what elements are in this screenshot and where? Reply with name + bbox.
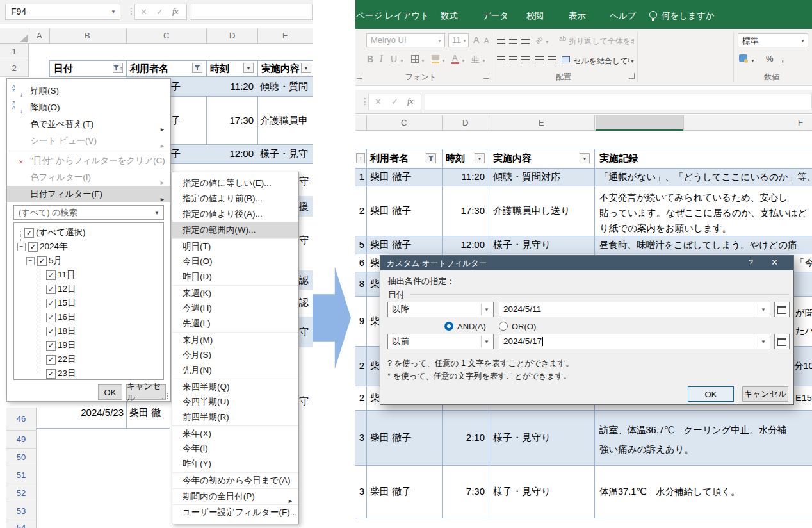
filter-ok-button[interactable]: OK bbox=[98, 384, 122, 400]
cell-time[interactable]: 2:10 bbox=[442, 410, 485, 465]
submenu-item-last-week[interactable]: 先週(L) bbox=[172, 316, 298, 331]
ruby-icon[interactable]: 亜 bbox=[471, 54, 480, 65]
borders-dropdown-icon[interactable]: ▼ bbox=[421, 58, 425, 63]
tree-item-day[interactable]: ✓ 19日 bbox=[14, 338, 163, 352]
checkbox-checked-icon[interactable]: ✓ bbox=[28, 242, 38, 252]
cell-name-partial[interactable]: 柴 bbox=[370, 386, 380, 410]
submenu-item-all-dates-in-period[interactable]: 期間内の全日付(P) ► bbox=[172, 488, 298, 504]
alignment-dialog-launcher-icon[interactable] bbox=[629, 73, 635, 79]
col-header-D[interactable]: D bbox=[462, 118, 468, 128]
underline-dropdown-icon[interactable]: ▼ bbox=[400, 58, 404, 63]
cell-content[interactable]: 傾聴・質問 bbox=[260, 77, 313, 96]
submenu-item-last-quarter[interactable]: 前四半期(R) bbox=[172, 409, 298, 425]
cell-date-tail[interactable]: 2 bbox=[355, 346, 364, 386]
cell-name-tail[interactable]: 子 bbox=[171, 96, 181, 144]
selected-column-header[interactable] bbox=[596, 115, 683, 131]
time-filter-button[interactable]: ▼ bbox=[475, 153, 485, 163]
cell-record-fragment[interactable]: E15 bbox=[795, 386, 812, 410]
cell-date-tail[interactable]: 5 bbox=[355, 236, 364, 254]
wrap-text-icon[interactable]: ab bbox=[559, 35, 566, 42]
tree-item-day[interactable]: ✓ 22日 bbox=[14, 352, 163, 367]
align-top-icon[interactable] bbox=[497, 37, 505, 44]
content-filter-button[interactable]: ▼ bbox=[580, 153, 590, 163]
checkbox-checked-icon[interactable]: ✓ bbox=[46, 299, 56, 308]
cell-record-line[interactable]: り紙での案内をお願いします。 bbox=[599, 220, 812, 236]
time-filter-button[interactable]: ▼ bbox=[243, 63, 254, 73]
cell-name-partial[interactable]: 柴 bbox=[370, 296, 380, 346]
cell-record-fragment[interactable]: が聞 bbox=[795, 305, 812, 320]
row-header-51[interactable]: 51 bbox=[6, 466, 37, 484]
number-format-combo[interactable]: 標準 ▼ bbox=[738, 33, 808, 47]
or-radio-label[interactable]: OR(O) bbox=[512, 322, 536, 331]
cell-record-line[interactable]: 貼っています。なぜここに居るのか、支払いはど bbox=[599, 205, 812, 220]
submenu-item-next-week[interactable]: 来週(K) bbox=[172, 285, 298, 301]
date-filter-button[interactable]: ↑ bbox=[113, 63, 123, 73]
cell-time[interactable]: 12:00 bbox=[442, 236, 485, 254]
cell-time[interactable]: 17:30 bbox=[442, 186, 485, 236]
submenu-item-next-year[interactable]: 来年(X) bbox=[172, 425, 298, 441]
merge-center-icon[interactable] bbox=[562, 56, 570, 62]
enter-entry-icon[interactable]: ✓ bbox=[391, 97, 398, 106]
filter-search-box[interactable]: (すべて) の検索 ▼ bbox=[13, 205, 164, 220]
resize-grip[interactable] bbox=[162, 393, 168, 399]
submenu-item-year-to-date[interactable]: 今年の初めから今日まで(A) bbox=[172, 472, 298, 488]
col-header-D[interactable]: D bbox=[229, 31, 235, 40]
tree-item-day[interactable]: ✓ 18日 bbox=[14, 324, 163, 338]
underline-icon[interactable]: U bbox=[391, 54, 397, 64]
align-middle-icon[interactable] bbox=[509, 37, 517, 44]
align-bottom-icon[interactable] bbox=[521, 37, 530, 44]
clipboard-dialog-launcher-icon[interactable] bbox=[357, 73, 362, 79]
checkbox-checked-icon[interactable]: ✓ bbox=[46, 270, 56, 280]
tab-view[interactable]: 表示 bbox=[569, 9, 586, 23]
align-right-icon[interactable] bbox=[521, 56, 530, 63]
font-color-dropdown-icon[interactable]: ▼ bbox=[461, 58, 466, 63]
cell-record-line[interactable]: 不安発言が続いてみられているため、安心し bbox=[599, 190, 812, 205]
submenu-item-today[interactable]: 今日(O) bbox=[172, 254, 298, 269]
row-header-46[interactable]: 46 bbox=[6, 408, 37, 431]
cell-date-tail[interactable]: 9 bbox=[355, 296, 364, 346]
cell-date-tail[interactable]: 1 bbox=[355, 168, 364, 186]
collapse-icon[interactable]: − bbox=[17, 243, 26, 251]
submenu-item-this-month[interactable]: 今月(S) bbox=[172, 347, 298, 363]
enter-entry-icon[interactable]: ✓ bbox=[156, 7, 163, 17]
submenu-item-between[interactable]: 指定の範囲内(W)... bbox=[172, 222, 298, 238]
cell-record[interactable]: 昼食時、味噌汁をこぼしてしまう。やけどの痛 bbox=[599, 236, 812, 254]
col-header-E[interactable]: E bbox=[282, 31, 288, 40]
merge-center-label[interactable]: セルを結合して中央揃え bbox=[573, 56, 629, 67]
cell-time[interactable]: 11:20 bbox=[206, 77, 254, 96]
checkbox-checked-icon[interactable]: ✓ bbox=[46, 313, 56, 322]
operator2-combo[interactable]: 以前 ▼ bbox=[387, 334, 494, 349]
cell-record-line[interactable]: 強い痛みの訴えあり。 bbox=[599, 441, 812, 458]
dialog-titlebar[interactable]: カスタム オートフィルター ? ✕ bbox=[380, 256, 793, 270]
date-picker-button[interactable] bbox=[774, 302, 790, 317]
col-header-B[interactable]: B bbox=[85, 31, 90, 40]
submenu-item-last-month[interactable]: 先月(N) bbox=[172, 363, 298, 378]
cell-time[interactable]: 17:30 bbox=[206, 96, 254, 144]
bold-icon[interactable]: B bbox=[367, 54, 373, 64]
dialog-close-icon[interactable]: ✕ bbox=[771, 258, 778, 267]
checkbox-checked-icon[interactable]: ✓ bbox=[46, 285, 56, 294]
tell-me-box[interactable]: 何をしますか bbox=[662, 9, 715, 23]
cell-time[interactable]: 11:20 bbox=[442, 168, 485, 186]
fill-dropdown-icon[interactable]: ▼ bbox=[441, 58, 446, 63]
row-header-52[interactable]: 52 bbox=[6, 484, 37, 502]
dialog-help-icon[interactable]: ? bbox=[749, 258, 753, 267]
cell-content[interactable]: 様子・見守り bbox=[493, 465, 551, 518]
cell-record[interactable]: 体温37.1℃ 水分補給して頂く。 bbox=[599, 465, 812, 518]
cell-content[interactable]: 傾聴・質問対応 bbox=[493, 168, 560, 186]
and-radio-label[interactable]: AND(A) bbox=[457, 322, 486, 331]
font-color-icon[interactable]: A bbox=[452, 53, 458, 63]
cell-content[interactable]: 様子・見守 bbox=[260, 144, 313, 163]
cell-name-tail[interactable]: 子 bbox=[171, 144, 181, 163]
row-header-54[interactable]: 54 bbox=[6, 520, 37, 528]
cell-name-tail[interactable]: 子 bbox=[171, 77, 181, 96]
checkbox-checked-icon[interactable]: ✓ bbox=[37, 256, 47, 266]
cell-name[interactable]: 柴田 徹子 bbox=[370, 410, 411, 465]
orientation-dropdown-icon[interactable]: ▼ bbox=[545, 40, 549, 44]
checkbox-checked-icon[interactable]: ✓ bbox=[46, 341, 56, 351]
fill-color-icon[interactable] bbox=[432, 55, 439, 60]
accounting-dropdown-icon[interactable]: ▼ bbox=[751, 58, 755, 63]
formula-input[interactable] bbox=[190, 4, 313, 20]
filter-cancel-button[interactable]: キャンセル bbox=[126, 384, 166, 400]
cell-record-fragment[interactable]: 分10 bbox=[794, 346, 812, 386]
